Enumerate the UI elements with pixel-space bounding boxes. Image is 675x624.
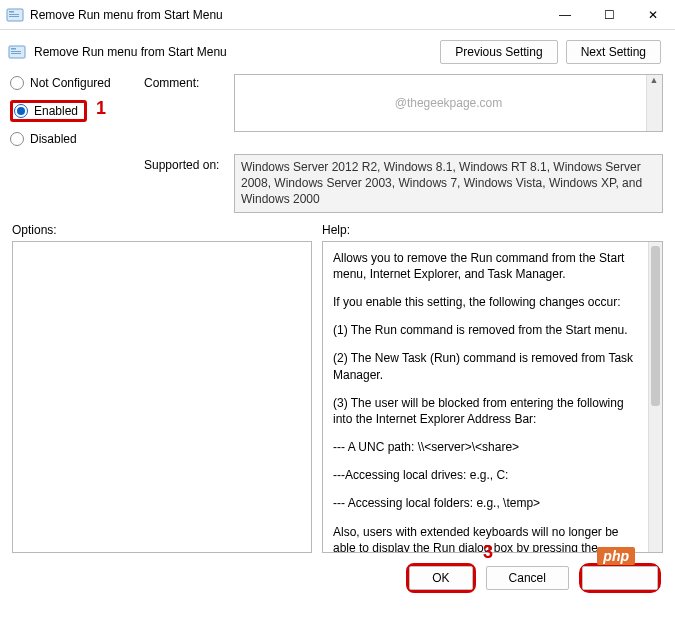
window-title: Remove Run menu from Start Menu: [30, 8, 543, 22]
radio-disabled[interactable]: Disabled: [10, 132, 140, 146]
state-radios: Not Configured Enabled 1 Disabled: [10, 74, 140, 146]
supported-on-text: Windows Server 2012 R2, Windows 8.1, Win…: [234, 154, 663, 213]
page-title: Remove Run menu from Start Menu: [34, 45, 440, 59]
supported-label: Supported on:: [144, 146, 230, 172]
help-line: --- Accessing local folders: e.g., \temp…: [333, 495, 638, 511]
options-label: Options:: [12, 223, 322, 237]
svg-rect-3: [9, 16, 19, 17]
dialog-footer: 3 OK Cancel Apply php: [0, 553, 675, 593]
policy-icon: [6, 6, 24, 24]
help-line: (1) The Run command is removed from the …: [333, 322, 638, 338]
help-line: (3) The user will be blocked from enteri…: [333, 395, 638, 427]
scroll-up-icon[interactable]: ▲: [646, 75, 662, 91]
cancel-button[interactable]: Cancel: [486, 566, 569, 590]
close-button[interactable]: ✕: [631, 0, 675, 30]
help-line: --- A UNC path: \\<server>\<share>: [333, 439, 638, 455]
help-line: (2) The New Task (Run) command is remove…: [333, 350, 638, 382]
apply-button[interactable]: Apply: [582, 566, 658, 590]
help-text[interactable]: Allows you to remove the Run command fro…: [323, 242, 648, 552]
svg-rect-6: [11, 51, 21, 52]
scrollbar-thumb[interactable]: [651, 246, 660, 406]
maximize-button[interactable]: ☐: [587, 0, 631, 30]
help-label: Help:: [322, 223, 350, 237]
svg-rect-7: [11, 53, 21, 54]
window-controls: — ☐ ✕: [543, 0, 675, 30]
previous-setting-button[interactable]: Previous Setting: [440, 40, 557, 64]
policy-icon: [8, 43, 26, 61]
comment-watermark: @thegeekpage.com: [395, 96, 503, 110]
titlebar: Remove Run menu from Start Menu — ☐ ✕: [0, 0, 675, 30]
radio-label: Enabled: [34, 104, 78, 118]
help-panel: Allows you to remove the Run command fro…: [322, 241, 663, 553]
help-line: Allows you to remove the Run command fro…: [333, 250, 638, 282]
next-setting-button[interactable]: Next Setting: [566, 40, 661, 64]
radio-icon: [10, 76, 24, 90]
minimize-button[interactable]: —: [543, 0, 587, 30]
help-line: If you enable this setting, the followin…: [333, 294, 638, 310]
svg-rect-1: [9, 11, 14, 13]
panels: Allows you to remove the Run command fro…: [0, 241, 675, 553]
svg-rect-5: [11, 48, 16, 50]
radio-enabled[interactable]: Enabled: [10, 100, 87, 122]
radio-icon: [10, 132, 24, 146]
radio-not-configured[interactable]: Not Configured: [10, 76, 140, 90]
php-badge: php: [597, 547, 635, 565]
annotation-3: 3: [483, 542, 493, 563]
header-row: Remove Run menu from Start Menu Previous…: [0, 30, 675, 70]
help-line: ---Accessing local drives: e.g., C:: [333, 467, 638, 483]
options-panel: [12, 241, 312, 553]
comment-textarea[interactable]: @thegeekpage.com ▲: [234, 74, 663, 132]
config-grid: Not Configured Enabled 1 Disabled Commen…: [0, 70, 675, 213]
panel-labels: Options: Help:: [0, 213, 675, 241]
comment-label: Comment:: [144, 74, 230, 90]
radio-label: Not Configured: [30, 76, 111, 90]
annotation-1: 1: [96, 98, 106, 119]
ok-button[interactable]: OK: [409, 566, 472, 590]
svg-rect-2: [9, 14, 19, 15]
scrollbar[interactable]: [648, 242, 662, 552]
radio-icon: [14, 104, 28, 118]
radio-label: Disabled: [30, 132, 77, 146]
